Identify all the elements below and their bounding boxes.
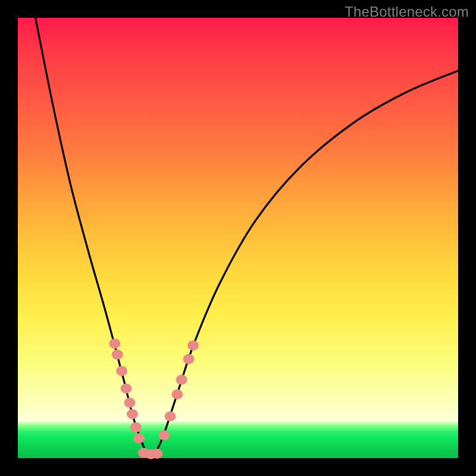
data-point	[121, 384, 132, 394]
data-point	[183, 354, 195, 364]
data-point	[176, 375, 187, 385]
chart-container: TheBottleneck.com	[0, 0, 476, 476]
data-point	[112, 350, 123, 360]
data-point	[151, 449, 162, 459]
data-points-group	[109, 339, 199, 459]
chart-svg	[18, 18, 458, 458]
data-point	[171, 389, 183, 399]
data-point	[127, 409, 138, 419]
data-point	[130, 422, 142, 433]
bottleneck-curve	[36, 18, 458, 456]
data-point	[133, 433, 145, 443]
data-point	[109, 339, 120, 349]
data-point	[165, 411, 176, 421]
data-point	[116, 366, 127, 376]
data-point	[187, 340, 199, 350]
data-point	[158, 430, 170, 440]
plot-area	[18, 18, 458, 458]
data-point	[124, 397, 135, 408]
